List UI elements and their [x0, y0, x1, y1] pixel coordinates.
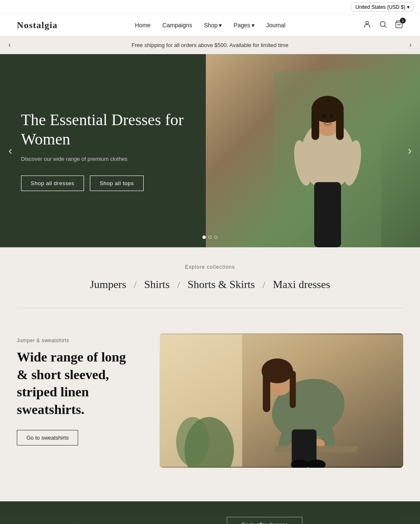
jumper-title: Wide range of long & short sleeved, stri… — [17, 348, 134, 418]
collection-maxi-dresses[interactable]: Maxi dresses — [273, 278, 330, 291]
hero-prev-button[interactable]: ‹ — [8, 144, 12, 157]
nav-home[interactable]: Home — [135, 22, 150, 29]
hero-next-button[interactable]: › — [408, 144, 412, 157]
jumper-illustration — [160, 333, 403, 468]
jumper-text: Jumper & sweatshirts Wide range of long … — [17, 333, 134, 445]
chevron-down-icon: ▾ — [252, 22, 255, 29]
search-button[interactable] — [379, 20, 387, 31]
currency-label: United States (USD $) — [355, 4, 405, 10]
hero-section: The Essential Dresses for Women Discover… — [0, 54, 420, 247]
hero-left-panel: The Essential Dresses for Women Discover… — [0, 54, 206, 247]
header: Nostalgia Home Campaigns Shop ▾ Pages ▾ … — [0, 15, 420, 36]
nav-campaigns[interactable]: Campaigns — [163, 22, 192, 29]
woman-figure — [269, 71, 386, 247]
collections-links: Jumpers / Shirts / Shorts & Skirts / Max… — [17, 278, 403, 291]
hero-buttons: Shop all dresses Shop all tops — [21, 176, 144, 191]
hero-right-panel — [206, 54, 420, 247]
nav-shop[interactable]: Shop ▾ — [204, 22, 222, 29]
collections-section: Explore collections Jumpers / Shirts / S… — [0, 247, 420, 299]
nav-pages[interactable]: Pages ▾ — [234, 22, 255, 29]
header-icons: 1 — [363, 20, 403, 31]
shop-tops-button[interactable]: Shop all tops — [90, 176, 144, 191]
shop-dresses-button[interactable]: Shop all dresses — [21, 176, 84, 191]
currency-arrow-icon: ▾ — [407, 4, 410, 10]
offer-dresses-button[interactable]: Go to offer dresses — [227, 517, 302, 524]
hero-dot-1[interactable] — [202, 236, 206, 239]
svg-point-19 — [176, 417, 209, 466]
jumper-category: Jumper & sweatshirts — [17, 338, 134, 343]
nav-journal[interactable]: Journal — [266, 22, 286, 29]
sale-right-panel: Go to offer dresses Go to offer tops — [210, 501, 420, 524]
announcement-bar: ‹ Free shipping for all orders above $50… — [0, 36, 420, 54]
jumper-section: Jumper & sweatshirts Wide range of long … — [0, 317, 420, 485]
currency-selector[interactable]: United States (USD $) ▾ — [352, 3, 413, 12]
hero-dot-2[interactable] — [208, 236, 212, 239]
svg-point-13 — [322, 114, 325, 118]
svg-line-2 — [385, 26, 387, 28]
cart-button[interactable]: 1 — [395, 20, 403, 31]
go-to-sweatshirts-button[interactable]: Go to sweatshirts — [17, 430, 78, 445]
jumper-image — [160, 333, 403, 468]
svg-rect-8 — [312, 109, 319, 140]
account-button[interactable] — [363, 20, 371, 31]
sale-left-panel: Save up to 40% Off. Upto 20% offer on sh… — [0, 501, 210, 524]
chevron-down-icon: ▾ — [219, 22, 222, 29]
svg-rect-12 — [314, 182, 341, 247]
separator-1: / — [134, 279, 137, 291]
top-bar: United States (USD $) ▾ — [0, 0, 420, 15]
svg-rect-23 — [263, 371, 270, 412]
announcement-next-button[interactable]: › — [410, 41, 412, 49]
hero-subtitle: Discover our wide range of premium cloth… — [21, 156, 128, 162]
logo[interactable]: Nostalgia — [17, 20, 58, 31]
sale-title: Save up to 40% Off. — [21, 522, 189, 524]
svg-rect-24 — [290, 371, 296, 408]
collection-shirts[interactable]: Shirts — [144, 278, 170, 291]
hero-image — [206, 54, 420, 247]
separator-3: / — [262, 279, 265, 291]
main-nav: Home Campaigns Shop ▾ Pages ▾ Journal — [135, 22, 286, 29]
sale-section: Save up to 40% Off. Upto 20% offer on sh… — [0, 501, 420, 524]
collection-jumpers[interactable]: Jumpers — [90, 278, 126, 291]
jumper-photo — [160, 333, 403, 468]
hero-dots — [202, 236, 218, 239]
separator-2: / — [177, 279, 180, 291]
collection-shorts-skirts[interactable]: Shorts & Skirts — [188, 278, 255, 291]
hero-dot-3[interactable] — [214, 236, 218, 239]
svg-point-1 — [380, 21, 385, 26]
svg-point-14 — [330, 114, 333, 118]
announcement-text: Free shipping for all orders above $500.… — [131, 42, 288, 48]
announcement-prev-button[interactable]: ‹ — [8, 41, 10, 49]
svg-rect-9 — [336, 109, 344, 140]
hero-title: The Essential Dresses for Women — [21, 110, 185, 149]
collections-heading: Explore collections — [17, 264, 403, 270]
svg-point-0 — [366, 21, 369, 24]
section-divider — [17, 308, 403, 308]
cart-count: 1 — [400, 18, 406, 24]
